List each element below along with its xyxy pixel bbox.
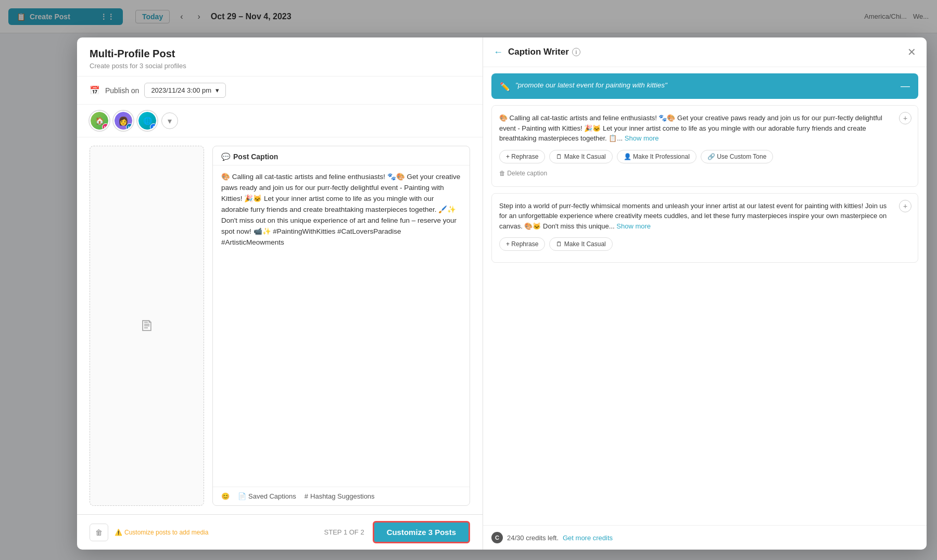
- close-button[interactable]: ✕: [907, 46, 916, 58]
- right-panel-header: ← Caption Writer i ✕: [483, 37, 927, 67]
- caption-header: 💬 Post Caption: [213, 146, 470, 166]
- modal-container: Multi-Profile Post Create posts for 3 so…: [77, 37, 927, 550]
- warning-icon: ⚠️: [115, 529, 122, 536]
- caption-1-rephrase-button[interactable]: + Rephrase: [499, 150, 545, 163]
- media-warning: ⚠️ Customize posts to add media: [115, 529, 208, 536]
- hashtag-suggestions-button[interactable]: # Hashtag Suggestions: [305, 492, 375, 500]
- publish-row: 📅 Publish on 2023/11/24 3:00 pm ▾: [77, 77, 483, 105]
- caption-1-actions: + Rephrase 🗒 Make It Casual 👤 Make It Pr…: [499, 150, 910, 163]
- credits-icon: C: [491, 532, 503, 543]
- caption-2-text: Step into a world of purr-fectly whimsic…: [499, 201, 910, 232]
- caption-text[interactable]: 🎨 Calling all cat-tastic artists and fel…: [213, 166, 470, 487]
- caption-1-text: 🎨 Calling all cat-tastic artists and fel…: [499, 113, 910, 144]
- get-more-credits-link[interactable]: Get more credits: [563, 534, 613, 542]
- credits-info: C 24/30 credits left. Get more credits: [491, 532, 613, 543]
- profiles-row: 🏠 ig 👩 in 🌐 f ▾: [77, 105, 483, 137]
- publish-label: Publish on: [105, 86, 139, 95]
- right-panel: ← Caption Writer i ✕ ✏️ "promote our lat…: [483, 37, 927, 550]
- publish-date-value: 2023/11/24 3:00 pm: [151, 86, 211, 94]
- caption-card-1: + 🎨 Calling all cat-tastic artists and f…: [491, 105, 918, 187]
- captions-list: + 🎨 Calling all cat-tastic artists and f…: [483, 105, 927, 525]
- caption-1-make-professional-button[interactable]: 👤 Make It Professional: [617, 150, 697, 163]
- caption-1-make-casual-button[interactable]: 🗒 Make It Casual: [549, 150, 612, 163]
- left-panel-header: Multi-Profile Post Create posts for 3 so…: [77, 37, 483, 77]
- caption-2-add-button[interactable]: +: [899, 200, 911, 212]
- caption-2-show-more[interactable]: Show more: [616, 222, 651, 230]
- customize-posts-button[interactable]: Customize 3 Posts: [373, 521, 470, 543]
- panel-title: Caption Writer i: [508, 47, 902, 57]
- prompt-box: ✏️ "promote our latest event for paintin…: [491, 73, 918, 99]
- panel-title-text: Caption Writer: [508, 47, 569, 57]
- calendar-icon: 📅: [90, 85, 100, 95]
- left-panel-footer: 🗑 ⚠️ Customize posts to add media STEP 1…: [77, 514, 483, 550]
- preview-icon: 🖹: [140, 317, 154, 335]
- prompt-icon: ✏️: [500, 82, 510, 92]
- emoji-button[interactable]: 😊: [221, 492, 230, 500]
- saved-captions-icon: 📄: [238, 492, 246, 500]
- publish-date-picker[interactable]: 2023/11/24 3:00 pm ▾: [144, 83, 226, 98]
- post-content-area: 🖹 💬 Post Caption 🎨 Calling all cat-tasti…: [77, 137, 483, 514]
- caption-1-add-button[interactable]: +: [899, 112, 911, 124]
- step-indicator: STEP 1 OF 2: [324, 528, 364, 536]
- credits-text: 24/30 credits left.: [507, 534, 559, 542]
- modal-title: Multi-Profile Post: [90, 48, 470, 60]
- delete-post-button[interactable]: 🗑: [90, 524, 108, 541]
- caption-2-make-casual-button[interactable]: 🗒 Make It Casual: [549, 237, 612, 251]
- media-warning-text: Customize posts to add media: [124, 529, 208, 536]
- post-caption-box: 💬 Post Caption 🎨 Calling all cat-tastic …: [212, 146, 470, 506]
- caption-1-use-custom-tone-button[interactable]: 🔗 Use Custom Tone: [701, 150, 774, 163]
- info-icon[interactable]: i: [572, 48, 580, 56]
- prompt-minimize-button[interactable]: —: [901, 81, 910, 92]
- hashtag-icon: #: [305, 492, 308, 500]
- dropdown-icon: ▾: [216, 86, 219, 94]
- left-panel: Multi-Profile Post Create posts for 3 so…: [77, 37, 483, 550]
- footer-left: 🗑 ⚠️ Customize posts to add media: [90, 524, 208, 541]
- caption-1-body: 🎨 Calling all cat-tastic artists and fel…: [499, 114, 882, 142]
- right-panel-footer: C 24/30 credits left. Get more credits: [483, 525, 927, 550]
- caption-1-show-more[interactable]: Show more: [625, 134, 659, 142]
- facebook-badge: f: [150, 123, 157, 131]
- hashtag-suggestions-label: Hashtag Suggestions: [310, 492, 375, 500]
- caption-card-2: + Step into a world of purr-fectly whims…: [491, 193, 918, 263]
- caption-footer: 😊 📄 Saved Captions # Hashtag Suggestions: [213, 487, 470, 505]
- profile-avatar-3[interactable]: 🌐 f: [137, 111, 157, 131]
- profile-avatar-1[interactable]: 🏠 ig: [90, 111, 109, 131]
- back-arrow-button[interactable]: ←: [493, 47, 503, 58]
- linkedin-badge: in: [126, 123, 133, 131]
- caption-2-rephrase-button[interactable]: + Rephrase: [499, 237, 545, 251]
- caption-header-icon: 💬: [221, 152, 230, 161]
- profile-avatar-2[interactable]: 👩 in: [113, 111, 133, 131]
- footer-right: STEP 1 OF 2 Customize 3 Posts: [324, 521, 470, 543]
- caption-2-body: Step into a world of purr-fectly whimsic…: [499, 202, 887, 230]
- saved-captions-label: Saved Captions: [248, 492, 296, 500]
- caption-header-label: Post Caption: [233, 152, 278, 161]
- prompt-text: "promote our latest event for painting w…: [515, 81, 895, 91]
- saved-captions-button[interactable]: 📄 Saved Captions: [238, 492, 296, 500]
- caption-2-actions: + Rephrase 🗒 Make It Casual: [499, 237, 910, 251]
- instagram-badge: ig: [102, 123, 109, 131]
- caption-1-delete-button[interactable]: 🗑 Delete caption: [499, 168, 547, 179]
- modal-subtitle: Create posts for 3 social profiles: [90, 62, 470, 70]
- post-preview-box: 🖹: [90, 146, 204, 506]
- add-profile-button[interactable]: ▾: [161, 112, 178, 129]
